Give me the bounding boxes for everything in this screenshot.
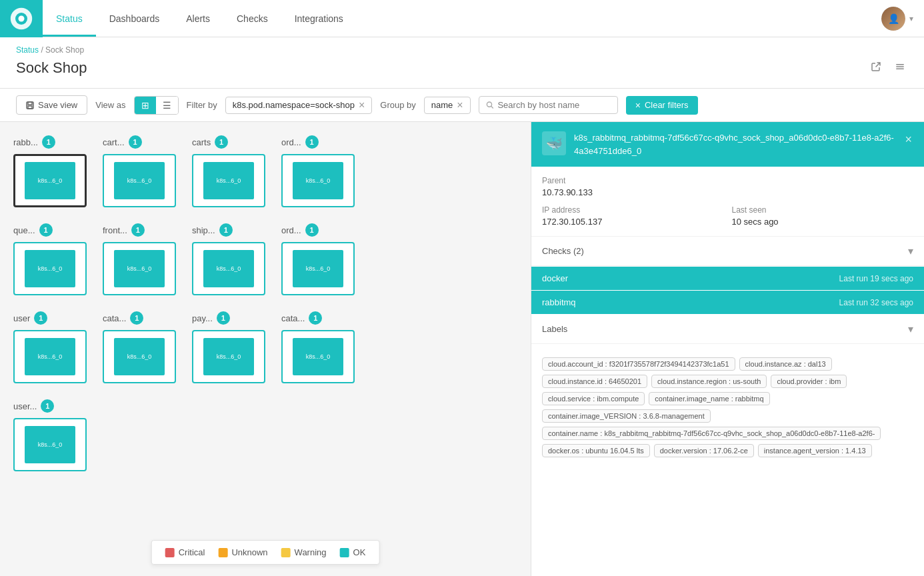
host-tile[interactable]: k8s...6_0 (103, 242, 176, 295)
grid-area: rabb... 1 k8s...6_0 cart... 1 k8s...6_0 … (0, 122, 531, 501)
group-header: user... 1 (13, 399, 54, 413)
host-tile[interactable]: k8s...6_0 (13, 418, 87, 471)
external-link-button[interactable] (868, 59, 884, 77)
save-view-button[interactable]: Save view (16, 95, 87, 115)
host-label: k8s...6_0 (38, 441, 63, 448)
host-label: k8s...6_0 (217, 353, 241, 360)
group-by-label: Group by (380, 100, 415, 110)
group-tile-userdot: user... 1 k8s...6_0 (13, 399, 87, 471)
legend-warning: Warning (281, 547, 327, 557)
group-tile-cata1: cata... 1 k8s...6_0 (103, 311, 176, 383)
host-tile-inner: k8s...6_0 (114, 338, 165, 375)
grid-row: user 1 k8s...6_0 cata... 1 k8s...6_0 pay… (13, 311, 517, 383)
group-tile-user: user 1 k8s...6_0 (13, 311, 87, 383)
host-tile-inner: k8s...6_0 (25, 250, 75, 287)
host-tile[interactable]: k8s...6_0 (281, 242, 355, 295)
group-label: rabb... (13, 137, 38, 147)
critical-label: Critical (179, 547, 205, 557)
detail-last-seen: Last seen 10 secs ago (732, 205, 914, 227)
checks-toggle-icon: ▾ (908, 245, 913, 257)
grid-view-button[interactable]: ⊞ (135, 97, 156, 114)
host-tile[interactable]: k8s...6_0 (13, 154, 87, 207)
svg-rect-4 (896, 66, 904, 67)
host-tile[interactable]: k8s...6_0 (192, 242, 265, 295)
nav-link-status[interactable]: Status (43, 0, 96, 37)
nav-link-checks[interactable]: Checks (223, 0, 281, 37)
group-badge: 1 (305, 223, 319, 237)
label-tag: container.image_name : rabbitmq (649, 392, 769, 405)
group-tile-ord1: ord... 1 k8s...6_0 (281, 135, 355, 207)
host-label: k8s...6_0 (38, 265, 63, 272)
group-label: user... (13, 401, 37, 411)
host-label: k8s...6_0 (127, 177, 152, 184)
svg-line-10 (491, 106, 493, 108)
filter-tag-namespace: k8s.pod.namespace=sock-shop × (225, 97, 373, 114)
warning-label: Warning (295, 547, 327, 557)
detail-scroll: Parent 10.73.90.133 IP address 172.30.10… (531, 167, 924, 576)
host-tile[interactable]: k8s...6_0 (281, 154, 355, 207)
host-tile-inner: k8s...6_0 (114, 162, 165, 199)
host-tile[interactable]: k8s...6_0 (13, 242, 87, 295)
group-badge: 1 (217, 311, 230, 325)
labels-list: cloud.account_id : f3201f735578f72f34941… (531, 344, 924, 465)
host-tile[interactable]: k8s...6_0 (192, 154, 265, 207)
host-tile-inner: k8s...6_0 (25, 162, 75, 199)
detail-header: 🐳 k8s_rabbitmq_rabbitmq-7df56c67cc-q9vhc… (531, 122, 924, 167)
check-item-rabbitmq[interactable]: rabbitmq Last run 32 secs ago (531, 291, 924, 314)
nav-user[interactable]: 👤 ▾ (881, 7, 924, 31)
group-header: carts 1 (192, 135, 228, 149)
group-label: user (13, 313, 30, 323)
group-tile-cata2: cata... 1 k8s...6_0 (281, 311, 355, 383)
checks-section-header[interactable]: Checks (2) ▾ (531, 237, 924, 266)
group-badge: 1 (34, 311, 47, 325)
last-seen-value: 10 secs ago (732, 217, 914, 227)
label-tag: instance.agent_version : 1.4.13 (758, 444, 872, 457)
breadcrumb: Status / Sock Shop (16, 45, 908, 55)
clear-filters-button[interactable]: × Clear filters (626, 96, 698, 115)
check-item-docker[interactable]: docker Last run 19 secs ago (531, 267, 924, 290)
host-tile[interactable]: k8s...6_0 (103, 330, 176, 383)
nav-link-dashboards[interactable]: Dashboards (96, 0, 173, 37)
host-tile[interactable]: k8s...6_0 (192, 330, 265, 383)
group-label: carts (192, 137, 211, 147)
detail-close-button[interactable]: × (903, 131, 913, 148)
group-by-remove-button[interactable]: × (457, 100, 463, 111)
filter-remove-button[interactable]: × (359, 100, 365, 111)
group-header: cart... 1 (103, 135, 142, 149)
clear-filters-icon: × (635, 100, 641, 111)
host-label: k8s...6_0 (127, 265, 152, 272)
label-tag: container.image_VERSION : 3.6.8-manageme… (542, 409, 711, 423)
breadcrumb-status[interactable]: Status (16, 45, 39, 55)
critical-dot (165, 548, 175, 557)
list-view-button[interactable]: ☰ (156, 97, 178, 114)
group-header: rabb... 1 (13, 135, 55, 149)
host-tile-inner: k8s...6_0 (293, 338, 343, 375)
host-tile-inner: k8s...6_0 (203, 338, 254, 375)
group-header: cata... 1 (281, 311, 322, 325)
group-label: ord... (281, 225, 301, 235)
group-label: cata... (281, 313, 305, 323)
search-box[interactable] (479, 96, 618, 114)
group-header: front... 1 (103, 223, 145, 237)
app-logo[interactable] (0, 0, 43, 37)
host-tile[interactable]: k8s...6_0 (281, 330, 355, 383)
nav-link-integrations[interactable]: Integrations (281, 0, 357, 37)
ok-label: OK (353, 547, 366, 557)
host-tile[interactable]: k8s...6_0 (13, 330, 87, 383)
grid-row: rabb... 1 k8s...6_0 cart... 1 k8s...6_0 … (13, 135, 517, 207)
nav-link-alerts[interactable]: Alerts (173, 0, 223, 37)
label-tag: docker.os : ubuntu 16.04.5 lts (542, 444, 650, 457)
legend: Critical Unknown Warning OK (151, 540, 380, 565)
more-options-button[interactable] (892, 59, 908, 77)
user-dropdown-icon[interactable]: ▾ (909, 14, 913, 23)
host-tile[interactable]: k8s...6_0 (103, 154, 176, 207)
labels-section-header[interactable]: Labels ▾ (531, 315, 924, 344)
group-badge: 1 (309, 311, 322, 325)
labels-grid: cloud.account_id : f3201f735578f72f34941… (542, 357, 913, 457)
group-label: que... (13, 225, 35, 235)
search-input[interactable] (497, 100, 610, 110)
group-badge: 1 (42, 135, 55, 149)
svg-point-2 (19, 15, 25, 21)
group-header: cata... 1 (103, 311, 143, 325)
group-tile-ord2: ord... 1 k8s...6_0 (281, 223, 355, 295)
